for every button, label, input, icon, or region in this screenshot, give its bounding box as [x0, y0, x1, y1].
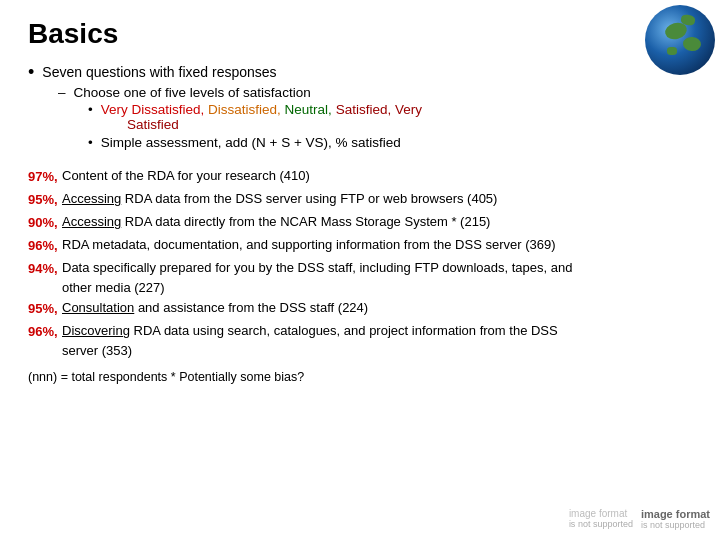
content-area: • Seven questions with fixed responses –… — [28, 64, 692, 384]
accessing-underline-2: Accessing — [62, 214, 121, 229]
img-format-label-1: image format — [569, 508, 633, 519]
stat-95b: 95%, Consultation and assistance from th… — [28, 298, 692, 320]
bullet-icon: • — [28, 62, 34, 83]
neutral: Neutral, — [285, 102, 332, 117]
stat-97: 97%, Content of the RDA for your researc… — [28, 166, 692, 188]
simple-assessment-text: Simple assessment, add (N + S + VS), % s… — [101, 135, 401, 150]
stat-94-text: Data specifically prepared for you by th… — [62, 258, 572, 297]
stat-95a-text: Accessing RDA data from the DSS server u… — [62, 189, 497, 209]
image-format-area: image format is not supported image form… — [569, 508, 710, 530]
satisfaction-levels: Very Dissatisfied, Dissatisfied, Neutral… — [101, 102, 422, 132]
pct-97: 97%, — [28, 166, 58, 188]
not-supported-1: is not supported — [569, 519, 633, 529]
sub-bullet-text: Choose one of five levels of satisfactio… — [74, 85, 311, 100]
dissatisfied: Dissatisfied, — [208, 102, 281, 117]
stat-97-text: Content of the RDA for your research (41… — [62, 166, 310, 186]
pct-96b: 96%, — [28, 321, 58, 343]
footnote: (nnn) = total respondents * Potentially … — [28, 370, 692, 384]
stat-95a: 95%, Accessing RDA data from the DSS ser… — [28, 189, 692, 211]
stat-95b-text: Consultation and assistance from the DSS… — [62, 298, 368, 318]
dash-icon: – — [58, 85, 66, 100]
consultation-underline: Consultation — [62, 300, 134, 315]
stat-96b: 96%, Discovering RDA data using search, … — [28, 321, 692, 360]
sub-sub-dot-2-icon: • — [88, 135, 93, 150]
img-format-1: image format is not supported — [569, 508, 633, 530]
stats-section: 97%, Content of the RDA for your researc… — [28, 166, 692, 360]
globe-decoration — [645, 5, 715, 75]
very-dissatisfied: Very Dissatisfied, — [101, 102, 205, 117]
footnote-text: (nnn) = total respondents * Potentially … — [28, 370, 304, 384]
sub-sub-bullet-2: • Simple assessment, add (N + S + VS), %… — [88, 135, 692, 150]
pct-90: 90%, — [28, 212, 58, 234]
pct-95b: 95%, — [28, 298, 58, 320]
pct-94: 94%, — [28, 258, 58, 280]
sub-bullet: – Choose one of five levels of satisfact… — [58, 85, 692, 100]
not-supported-2: is not supported — [641, 520, 710, 530]
stat-96a-text: RDA metadata, documentation, and support… — [62, 235, 556, 255]
sub-sub-dot-icon: • — [88, 102, 93, 117]
stat-96a: 96%, RDA metadata, documentation, and su… — [28, 235, 692, 257]
stat-90: 90%, Accessing RDA data directly from th… — [28, 212, 692, 234]
pct-96a: 96%, — [28, 235, 58, 257]
img-format-2: image format is not supported — [641, 508, 710, 530]
img-format-label-2: image format — [641, 508, 710, 520]
slide: Basics • Seven questions with fixed resp… — [0, 0, 720, 540]
main-bullet: • Seven questions with fixed responses — [28, 64, 692, 83]
main-bullet-text: Seven questions with fixed responses — [42, 64, 276, 80]
stat-94: 94%, Data specifically prepared for you … — [28, 258, 692, 297]
accessing-underline-1: Accessing — [62, 191, 121, 206]
pct-95a: 95%, — [28, 189, 58, 211]
discovering-underline: Discovering — [62, 323, 130, 338]
sub-sub-bullet-1: • Very Dissatisfied, Dissatisfied, Neutr… — [88, 102, 692, 132]
slide-title: Basics — [28, 18, 692, 50]
stat-90-text: Accessing RDA data directly from the NCA… — [62, 212, 490, 232]
stat-96b-text: Discovering RDA data using search, catal… — [62, 321, 558, 360]
